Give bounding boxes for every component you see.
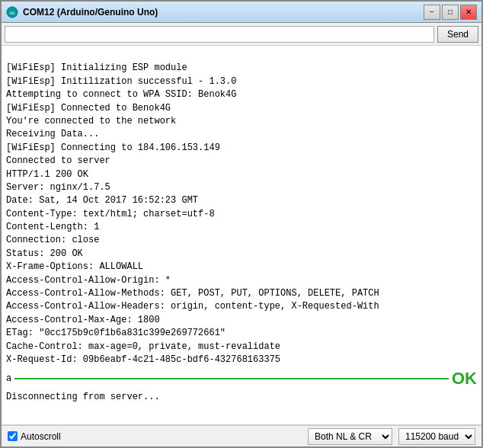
console-line: HTTP/1.1 200 OK [6,168,477,181]
console-line: Connection: close [6,234,477,247]
console-line: Access-Control-Allow-Methods: GET, POST,… [6,287,477,300]
send-button[interactable]: Send [437,26,478,43]
ok-underline [14,378,449,379]
app-icon: ∞ [6,6,18,18]
console-line: You're connected to the network [6,115,477,128]
console-line: Access-Control-Allow-Headers: origin, co… [6,300,477,313]
toolbar: Send [2,23,481,46]
console-line: Receiving Data... [6,128,477,141]
console-line: X-Request-Id: 09b6eabf-4c21-485c-bdf6-43… [6,354,477,366]
window-controls: − □ ✕ [424,5,477,20]
autoscroll-checkbox[interactable] [8,431,18,441]
console-line: Status: 200 OK [6,248,477,261]
console-line: [WiFiEsp] Initializing ESP module [6,62,477,75]
disconnect-line: Disconnecting from server... [6,391,477,404]
console-line: Access-Control-Allow-Origin: * [6,274,477,287]
response-char: a [6,373,11,386]
console-line: Access-Control-Max-Age: 1800 [6,314,477,327]
console-line: ETag: "0cc175b9c0f1b6a831c399e269772661" [6,327,477,340]
close-button[interactable]: ✕ [460,5,477,20]
baud-rate-select[interactable]: 300 baud1200 baud2400 baud4800 baud9600 … [398,428,475,445]
ok-line: aOK [6,366,477,391]
autoscroll-container: Autoscroll [8,431,61,442]
line-ending-select[interactable]: No line endingNewlineCarriage returnBoth… [308,428,392,445]
titlebar: ∞ COM12 (Arduino/Genuino Uno) − □ ✕ [2,2,481,23]
console-output: [WiFiEsp] Initializing ESP module[WiFiEs… [2,46,481,425]
window-title: COM12 (Arduino/Genuino Uno) [23,7,424,18]
console-line: X-Frame-Options: ALLOWALL [6,261,477,274]
console-line: [WiFiEsp] Connected to Benok4G [6,102,477,115]
message-input[interactable] [5,26,434,43]
maximize-button[interactable]: □ [442,5,459,20]
ok-text: OK [452,366,477,391]
minimize-button[interactable]: − [424,5,440,20]
svg-text:∞: ∞ [10,9,14,17]
console-line: Date: Sat, 14 Oct 2017 16:52:23 GMT [6,194,477,207]
console-line: Connected to server [6,155,477,168]
console-line: Cache-Control: max-age=0, private, must-… [6,341,477,354]
console-line: [WiFiEsp] Connecting to 184.106.153.149 [6,142,477,155]
statusbar: Autoscroll No line endingNewlineCarriage… [2,425,481,446]
console-line: Server: nginx/1.7.5 [6,181,477,194]
console-line: Attempting to connect to WPA SSID: Benok… [6,88,477,101]
console-line: [WiFiEsp] Initilization successful - 1.3… [6,75,477,88]
autoscroll-label: Autoscroll [21,431,61,442]
console-line: Content-Type: text/html; charset=utf-8 [6,208,477,221]
console-line: Content-Length: 1 [6,221,477,234]
